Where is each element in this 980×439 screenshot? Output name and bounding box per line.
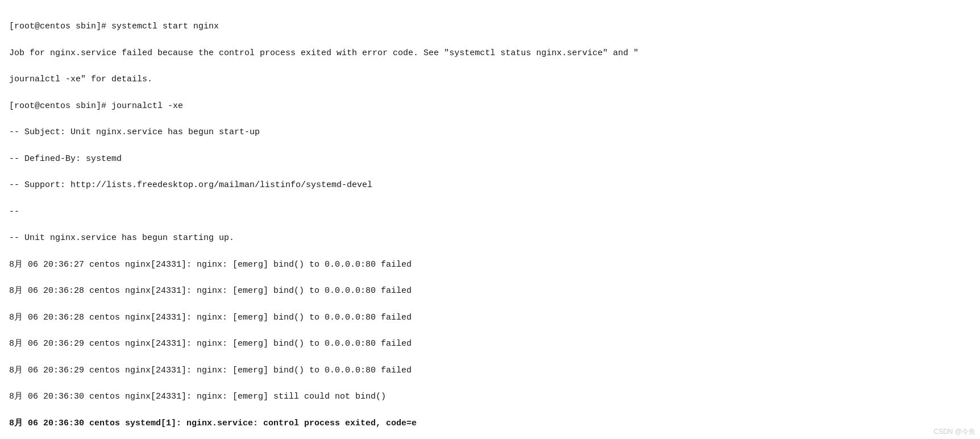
terminal-line-l6: -- Defined-By: systemd (9, 152, 971, 165)
terminal-line-l16: 8月 06 20:36:30 centos systemd[1]: nginx.… (9, 417, 971, 430)
terminal-line-l3: journalctl -xe" for details. (9, 73, 971, 86)
terminal-line-l10: 8月 06 20:36:27 centos nginx[24331]: ngin… (9, 258, 971, 271)
terminal-line-l8: -- (9, 205, 971, 218)
terminal-line-l9: -- Unit nginx.service has begun starting… (9, 231, 971, 245)
terminal-line-l2: Job for nginx.service failed because the… (9, 47, 971, 60)
terminal-line-l11: 8月 06 20:36:28 centos nginx[24331]: ngin… (9, 284, 971, 297)
terminal-output: [root@centos sbin]# systemctl start ngin… (0, 0, 980, 439)
terminal-line-l14: 8月 06 20:36:29 centos nginx[24331]: ngin… (9, 364, 971, 377)
terminal-line-l4: [root@centos sbin]# journalctl -xe (9, 100, 971, 113)
terminal-line-l5: -- Subject: Unit nginx.service has begun… (9, 126, 971, 139)
terminal-line-l12: 8月 06 20:36:28 centos nginx[24331]: ngin… (9, 311, 971, 324)
watermark: CSDN @今鱼 (933, 427, 975, 437)
terminal-line-l1: [root@centos sbin]# systemctl start ngin… (9, 20, 971, 33)
terminal-line-l15: 8月 06 20:36:30 centos nginx[24331]: ngin… (9, 390, 971, 403)
terminal-line-l13: 8月 06 20:36:29 centos nginx[24331]: ngin… (9, 337, 971, 350)
terminal-line-l7: -- Support: http://lists.freedesktop.org… (9, 179, 971, 192)
